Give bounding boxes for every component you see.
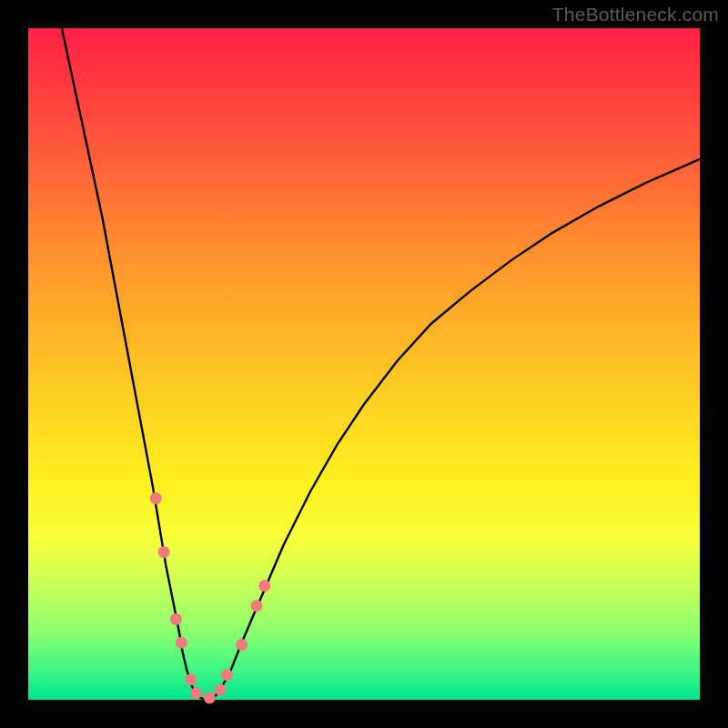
highlight-dot	[258, 580, 270, 592]
plot-area	[28, 28, 700, 700]
highlight-dot	[190, 687, 202, 699]
highlight-dot	[170, 613, 182, 625]
highlight-dot	[185, 673, 197, 685]
highlight-dot	[158, 546, 170, 558]
bottleneck-curve	[62, 28, 700, 699]
highlight-dot	[236, 639, 248, 651]
watermark-text: TheBottleneck.com	[552, 4, 719, 25]
curve-layer	[28, 28, 700, 700]
highlight-dot	[204, 692, 216, 703]
highlight-dot	[150, 492, 162, 504]
chart-frame: TheBottleneck.com	[0, 0, 728, 728]
highlight-dot	[221, 669, 233, 681]
highlight-dot	[176, 637, 187, 649]
highlight-dot	[250, 600, 262, 612]
marker-layer	[150, 465, 271, 704]
highlight-dot	[215, 683, 227, 695]
